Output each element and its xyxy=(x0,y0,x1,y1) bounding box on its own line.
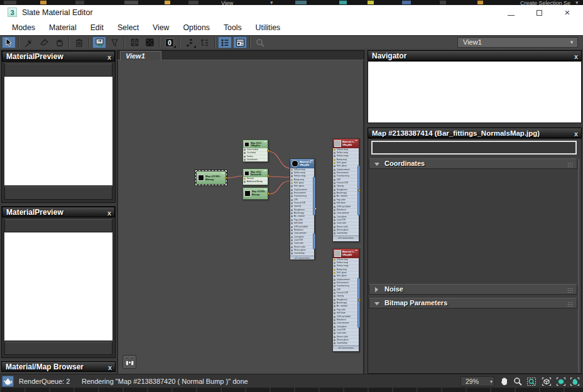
material-preview-viewport[interactable] xyxy=(4,77,112,185)
input-socket-icon[interactable] xyxy=(291,182,293,184)
input-socket-icon[interactable] xyxy=(244,156,246,158)
menu-modes[interactable]: Modes xyxy=(5,21,42,34)
input-socket-icon[interactable] xyxy=(334,262,335,264)
input-socket-icon[interactable] xyxy=(334,282,335,284)
output-socket-icon[interactable] xyxy=(358,189,361,192)
input-socket-icon[interactable] xyxy=(334,165,335,167)
input-socket-icon[interactable] xyxy=(334,219,335,221)
input-socket-icon[interactable] xyxy=(334,149,335,151)
input-socket-icon[interactable] xyxy=(334,312,335,314)
map-name-field[interactable] xyxy=(371,141,577,155)
parameter-editor-icon[interactable] xyxy=(233,36,247,48)
close-button[interactable]: × xyxy=(558,7,577,18)
select-tool-icon[interactable] xyxy=(2,36,16,48)
input-socket-icon[interactable] xyxy=(291,229,293,231)
layout-all-vertical-icon[interactable] xyxy=(183,36,197,48)
input-socket-icon[interactable] xyxy=(334,265,335,267)
menu-options[interactable]: Options xyxy=(177,21,217,34)
node-footer[interactable]: all Connections xyxy=(290,256,314,259)
input-socket-icon[interactable] xyxy=(244,178,246,180)
collapse-icon[interactable] xyxy=(264,141,266,142)
zoom-tool-icon[interactable] xyxy=(253,36,267,48)
navigator-viewport[interactable] xyxy=(368,61,582,123)
render-queue-button[interactable] xyxy=(2,376,14,387)
collapse-icon[interactable] xyxy=(222,173,224,173)
input-socket-icon[interactable] xyxy=(334,326,335,328)
collapse-icon[interactable] xyxy=(355,250,357,251)
node-slot[interactable]: Distribution xyxy=(243,159,268,163)
node-vraymtl-right-1[interactable]: Material #... VRayMtl Diffuse mapReflect… xyxy=(332,138,359,242)
assign-material-icon[interactable] xyxy=(37,36,51,48)
input-socket-icon[interactable] xyxy=(291,169,293,171)
input-socket-icon[interactable] xyxy=(334,159,335,161)
input-socket-icon[interactable] xyxy=(291,242,293,244)
input-socket-icon[interactable] xyxy=(291,192,293,194)
menu-view[interactable]: View xyxy=(146,21,176,34)
input-socket-icon[interactable] xyxy=(334,322,335,324)
zoom-extents-selected-icon[interactable] xyxy=(555,376,567,386)
put-material-icon[interactable] xyxy=(52,36,66,48)
zoom-region-icon[interactable] xyxy=(526,376,537,386)
tab-view1[interactable]: View1 xyxy=(120,51,161,60)
input-socket-icon[interactable] xyxy=(291,185,293,187)
input-socket-icon[interactable] xyxy=(291,236,293,238)
input-socket-icon[interactable] xyxy=(334,329,335,331)
input-socket-icon[interactable] xyxy=(291,253,293,254)
zoom-extents-icon[interactable] xyxy=(541,376,552,386)
input-socket-icon[interactable] xyxy=(334,152,335,154)
pick-material-icon[interactable] xyxy=(22,36,36,48)
input-socket-icon[interactable] xyxy=(334,299,335,301)
close-icon[interactable]: x xyxy=(108,362,112,373)
node-footer[interactable]: all Connections xyxy=(333,346,359,349)
input-socket-icon[interactable] xyxy=(291,172,293,174)
input-socket-icon[interactable] xyxy=(291,226,293,228)
input-socket-icon[interactable] xyxy=(291,239,293,241)
input-socket-icon[interactable] xyxy=(291,199,293,201)
input-socket-icon[interactable] xyxy=(334,309,335,311)
input-socket-icon[interactable] xyxy=(291,215,293,217)
input-socket-icon[interactable] xyxy=(291,175,293,177)
input-socket-icon[interactable] xyxy=(334,339,335,341)
output-socket-icon[interactable] xyxy=(358,299,361,302)
sample-uv-tiling-icon[interactable]: 0 xyxy=(163,36,177,48)
input-socket-icon[interactable] xyxy=(334,212,335,214)
close-icon[interactable]: x xyxy=(107,52,111,62)
input-socket-icon[interactable] xyxy=(291,189,293,191)
material-map-browser-panel[interactable]: Material/Map Browser x xyxy=(1,361,116,372)
input-socket-icon[interactable] xyxy=(334,342,335,344)
hide-unused-nodeslots-icon[interactable] xyxy=(107,36,121,48)
node-vraymtl-center[interactable]: Material #... VRayMtl Diffuse mapReflect… xyxy=(290,158,315,259)
input-socket-icon[interactable] xyxy=(291,222,293,224)
output-socket-icon[interactable] xyxy=(267,192,270,195)
move-children-icon[interactable] xyxy=(92,36,106,48)
find-button[interactable] xyxy=(123,355,136,369)
menu-tools[interactable]: Tools xyxy=(217,21,249,34)
input-socket-icon[interactable] xyxy=(334,259,335,261)
delete-icon[interactable] xyxy=(72,36,86,48)
input-socket-icon[interactable] xyxy=(334,182,335,184)
input-socket-icon[interactable] xyxy=(334,232,335,234)
input-socket-icon[interactable] xyxy=(334,209,335,211)
input-socket-icon[interactable] xyxy=(291,195,293,197)
close-icon[interactable]: x xyxy=(574,129,578,139)
node-normal-bump[interactable]: Map #213... Normal B... NormalAdditional… xyxy=(242,168,268,185)
input-socket-icon[interactable] xyxy=(334,206,335,208)
node-bitmap-2[interactable]: Map #21383... Bitmap xyxy=(242,187,268,200)
input-socket-icon[interactable] xyxy=(334,192,335,194)
output-socket-icon[interactable] xyxy=(314,207,317,210)
preview-toolbar-strip[interactable] xyxy=(4,219,112,232)
node-graph-view[interactable]: Map #21383... Bitmap Map #213... VRayDir… xyxy=(117,60,364,374)
material-preview-viewport[interactable] xyxy=(4,232,112,340)
maximize-button[interactable] xyxy=(530,7,548,18)
input-socket-icon[interactable] xyxy=(244,149,246,151)
show-shaded-material-icon[interactable] xyxy=(143,36,156,48)
node-slot[interactable]: Additional Bump xyxy=(243,181,268,185)
input-socket-icon[interactable] xyxy=(334,229,335,231)
input-socket-icon[interactable] xyxy=(291,212,293,214)
node-vraymtl-right-2[interactable]: Material #... VRayMtl Diffuse mapReflect… xyxy=(332,248,359,352)
output-socket-icon[interactable] xyxy=(267,150,270,152)
preview-toolbar-strip[interactable] xyxy=(4,63,112,77)
input-socket-icon[interactable] xyxy=(244,181,246,183)
input-socket-icon[interactable] xyxy=(334,226,335,228)
input-socket-icon[interactable] xyxy=(334,202,335,204)
